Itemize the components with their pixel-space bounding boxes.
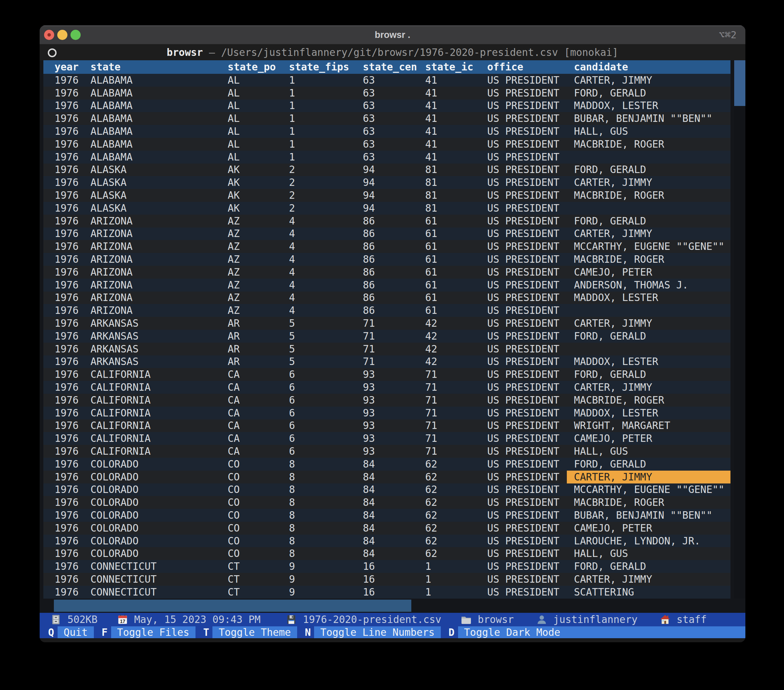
cell-candidate: HALL, GUS (574, 125, 628, 138)
key-binding-bar: QQuitFToggle FilesTToggle ThemeNToggle L… (40, 626, 745, 638)
cell-state_po: CA (228, 432, 240, 445)
table-row[interactable]: 1976ALASKAAK29481US PRESIDENTMACBRIDE, R… (43, 189, 730, 202)
horizontal-scrollbar-thumb[interactable] (54, 600, 411, 612)
table-row[interactable]: 1976COLORADOCO88462US PRESIDENTLAROUCHE,… (43, 535, 730, 547)
table-row[interactable]: 1976CALIFORNIACA69371US PRESIDENTFORD, G… (43, 368, 730, 381)
cell-state_ic: 62 (425, 496, 437, 509)
cell-candidate: CARTER, JIMMY (574, 176, 652, 189)
table-row[interactable]: 1976ALABAMAAL16341US PRESIDENT (43, 151, 730, 164)
cell-candidate: MCCARTHY, EUGENE ""GENE"" (574, 240, 725, 253)
key-binding-quit[interactable]: QQuit (45, 626, 94, 638)
table-row[interactable]: 1976ARKANSASAR57142US PRESIDENTFORD, GER… (43, 330, 730, 343)
table-row[interactable]: 1976ARIZONAAZ48661US PRESIDENTFORD, GERA… (43, 215, 730, 228)
table-row[interactable]: 1976CALIFORNIACA69371US PRESIDENTMACBRID… (43, 394, 730, 407)
cell-office: US PRESIDENT (487, 100, 559, 112)
table-row[interactable]: 1976COLORADOCO88462US PRESIDENTBUBAR, BE… (43, 509, 730, 522)
key-binding-toggle-files[interactable]: FToggle Files (98, 626, 196, 638)
table-row[interactable]: 1976CONNECTICUTCT9161US PRESIDENTCARTER,… (43, 573, 730, 586)
column-header-state_fips: state_fips (289, 60, 349, 74)
column-header-state_po: state_po (228, 60, 276, 74)
table-row[interactable]: 1976ALASKAAK29481US PRESIDENTFORD, GERAL… (43, 164, 730, 176)
table-row[interactable]: 1976ARKANSASAR57142US PRESIDENT (43, 343, 730, 355)
cell-state_fips: 8 (289, 547, 295, 560)
table-row[interactable]: 1976COLORADOCO88462US PRESIDENTHALL, GUS (43, 547, 730, 560)
table-row[interactable]: 1976ALABAMAAL16341US PRESIDENTFORD, GERA… (43, 87, 730, 100)
table-row[interactable]: 1976ARIZONAAZ48661US PRESIDENTMACBRIDE, … (43, 253, 730, 266)
cell-year: 1976 (54, 368, 79, 381)
vertical-scrollbar[interactable] (734, 60, 745, 599)
file-path: /Users/justinflannery/git/browsr/1976-20… (221, 47, 558, 58)
table-row[interactable]: 1976CALIFORNIACA69371US PRESIDENTCAMEJO,… (43, 432, 730, 445)
table-row[interactable]: 1976COLORADOCO88462US PRESIDENTCARTER, J… (43, 471, 730, 483)
table-row[interactable]: 1976ARIZONAAZ48661US PRESIDENTMADDOX, LE… (43, 291, 730, 304)
cell-state_cen: 84 (363, 496, 375, 509)
status-item: justinflannery (536, 613, 637, 626)
cell-state_ic: 71 (425, 432, 437, 445)
cell-state_fips: 6 (289, 394, 295, 407)
cell-year: 1976 (54, 419, 79, 432)
table-row[interactable]: 1976CALIFORNIACA69371US PRESIDENTWRIGHT,… (43, 419, 730, 432)
status-item: 17May, 15 2023 09:43 PM (117, 613, 260, 626)
key-binding-toggle-theme[interactable]: TToggle Theme (200, 626, 297, 638)
window-titlebar[interactable]: browsr . ⌥⌘2 (40, 25, 745, 44)
floppy-disk-icon (286, 614, 297, 625)
cell-state_ic: 42 (425, 317, 437, 330)
table-row[interactable]: 1976COLORADOCO88462US PRESIDENTMACBRIDE,… (43, 496, 730, 509)
cell-state_ic: 61 (425, 279, 437, 291)
cell-state_ic: 61 (425, 266, 437, 279)
cell-state_fips: 4 (289, 215, 295, 228)
table-row[interactable]: 1976ALASKAAK29481US PRESIDENTCARTER, JIM… (43, 176, 730, 189)
cell-year: 1976 (54, 407, 79, 419)
table-row[interactable]: 1976ALASKAAK29481US PRESIDENT (43, 202, 730, 215)
cell-state: CONNECTICUT (91, 560, 156, 573)
table-row[interactable]: 1976ARKANSASAR57142US PRESIDENTMADDOX, L… (43, 355, 730, 368)
cell-state: ALABAMA (91, 112, 132, 125)
table-row[interactable]: 1976ALABAMAAL16341US PRESIDENTBUBAR, BEN… (43, 112, 730, 125)
cell-state_cen: 63 (363, 138, 375, 151)
vertical-scrollbar-thumb[interactable] (734, 60, 745, 106)
cell-candidate[interactable]: CARTER, JIMMY (567, 471, 730, 483)
table-row[interactable]: 1976CALIFORNIACA69371US PRESIDENTHALL, G… (43, 445, 730, 458)
cell-state: ARIZONA (91, 266, 132, 279)
window-shortcut-badge: ⌥⌘2 (719, 25, 736, 44)
cell-office: US PRESIDENT (487, 304, 559, 317)
key-binding-toggle-dark-mode[interactable]: DToggle Dark Mode (445, 626, 745, 638)
cell-state: COLORADO (91, 483, 138, 496)
cell-year: 1976 (54, 291, 79, 304)
table-row[interactable]: 1976COLORADOCO88462US PRESIDENTMCCARTHY,… (43, 483, 730, 496)
cell-year: 1976 (54, 535, 79, 547)
table-row[interactable]: 1976ALABAMAAL16341US PRESIDENTMACBRIDE, … (43, 138, 730, 151)
cell-state_fips: 8 (289, 471, 295, 483)
table-row[interactable]: 1976CONNECTICUTCT9161US PRESIDENTSCATTER… (43, 586, 730, 599)
table-row[interactable]: 1976CALIFORNIACA69371US PRESIDENTCARTER,… (43, 381, 730, 394)
cell-state_fips: 6 (289, 419, 295, 432)
cell-year: 1976 (54, 279, 79, 291)
table-row[interactable]: 1976ARIZONAAZ48661US PRESIDENTCARTER, JI… (43, 228, 730, 240)
horizontal-scrollbar[interactable] (40, 599, 745, 613)
cell-state_cen: 93 (363, 432, 375, 445)
table-row[interactable]: 1976ARKANSASAR57142US PRESIDENTCARTER, J… (43, 317, 730, 330)
table-row[interactable]: 1976COLORADOCO88462US PRESIDENTCAMEJO, P… (43, 522, 730, 535)
cell-state_ic: 1 (425, 573, 431, 586)
cell-office: US PRESIDENT (487, 112, 559, 125)
cell-year: 1976 (54, 547, 79, 560)
cell-state: ARKANSAS (91, 330, 138, 343)
cell-state_cen: 94 (363, 176, 375, 189)
table-row[interactable]: 1976ARIZONAAZ48661US PRESIDENTCAMEJO, PE… (43, 266, 730, 279)
table-row[interactable]: 1976ARIZONAAZ48661US PRESIDENT (43, 304, 730, 317)
key-binding-toggle-line-numbers[interactable]: NToggle Line Numbers (301, 626, 441, 638)
cell-state_cen: 93 (363, 368, 375, 381)
table-row[interactable]: 1976ALABAMAAL16341US PRESIDENTMADDOX, LE… (43, 100, 730, 112)
cell-state_cen: 63 (363, 125, 375, 138)
table-row[interactable]: 1976ARIZONAAZ48661US PRESIDENTANDERSON, … (43, 279, 730, 291)
table-row[interactable]: 1976COLORADOCO88462US PRESIDENTFORD, GER… (43, 458, 730, 471)
table-row[interactable]: 1976ARIZONAAZ48661US PRESIDENTMCCARTHY, … (43, 240, 730, 253)
table-row[interactable]: 1976ALABAMAAL16341US PRESIDENTHALL, GUS (43, 125, 730, 138)
cell-state_po: CO (228, 522, 240, 535)
table-row[interactable]: 1976ALABAMAAL16341US PRESIDENTCARTER, JI… (43, 74, 730, 87)
cell-candidate: CAMEJO, PETER (574, 266, 652, 279)
cell-year: 1976 (54, 471, 79, 483)
table-row[interactable]: 1976CALIFORNIACA69371US PRESIDENTMADDOX,… (43, 407, 730, 419)
table-row[interactable]: 1976CONNECTICUTCT9161US PRESIDENTFORD, G… (43, 560, 730, 573)
cell-candidate: CARTER, JIMMY (574, 74, 652, 87)
